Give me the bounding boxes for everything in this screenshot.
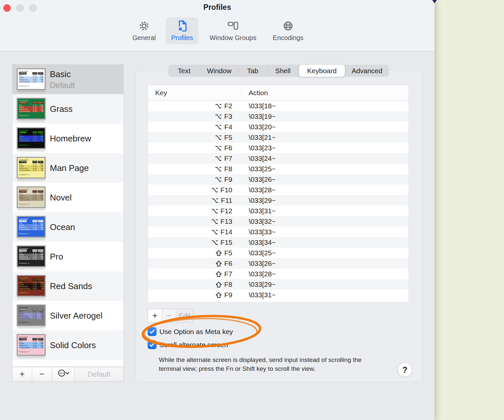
key-cell: F8 [148, 281, 241, 288]
key-mapping-row[interactable]: F6 \033[23~ [148, 143, 409, 153]
help-button[interactable]: ? [398, 363, 412, 377]
tab-text[interactable]: Text [168, 65, 200, 77]
toolbar-item-label: General [132, 34, 156, 42]
shift-key-icon [216, 292, 222, 298]
key-mapping-row[interactable]: F5 \033[21~ [148, 132, 409, 143]
window-title: Profiles [0, 3, 434, 12]
tab-window[interactable]: Window [200, 65, 238, 77]
profile-thumbnail: Terminal# COMMAND %CPU RPRVT top4.1%231K… [17, 275, 46, 297]
key-mapping-row[interactable]: F11 \033[29~ [148, 195, 409, 206]
thumbnail-reflection [17, 150, 45, 153]
profile-item-novel[interactable]: Terminal# COMMAND %CPU RPRVT top4.1%231K… [12, 183, 123, 212]
checkmark-icon [149, 329, 155, 334]
key-cell: F9 [148, 176, 241, 183]
action-cell: \033[29~ [241, 197, 276, 204]
action-cell: \033[26~ [241, 176, 276, 183]
action-cell: \033[34~ [241, 239, 276, 246]
profile-item-red-sands[interactable]: Terminal# COMMAND %CPU RPRVT top4.1%231K… [12, 271, 123, 301]
table-header: Key Action [148, 85, 409, 101]
column-header-action: Action [249, 89, 268, 97]
key-mapping-row[interactable]: F12 \033[31~ [148, 206, 409, 216]
key-cell: F4 [148, 123, 241, 131]
option-key-icon [212, 198, 219, 203]
profile-item-solid-colors[interactable]: Terminal# COMMAND %CPU RPRVT top4.1%231K… [12, 330, 123, 360]
shift-key-icon [216, 261, 222, 267]
key-mapping-row[interactable]: F6 \033[26~ [148, 258, 409, 269]
key-mapping-row[interactable]: F7 \033[28~ [148, 269, 409, 279]
key-mapping-row[interactable]: F9 \033[26~ [148, 174, 409, 185]
tab-keyboard[interactable]: Keyboard [299, 65, 345, 77]
action-cell: \033[18~ [241, 102, 276, 110]
key-mapping-table: Key Action F2 \033[18~ F3 \033[19~ F4 \0… [148, 85, 409, 303]
toolbar-item-label: Window Groups [210, 34, 256, 42]
action-cell: \033[33~ [241, 228, 276, 236]
more-options-button[interactable] [52, 367, 74, 382]
action-cell: \033[28~ [241, 186, 276, 194]
tab-tab[interactable]: Tab [239, 65, 267, 77]
toolbar-item-label: Encodings [273, 34, 303, 42]
table-body: F2 \033[18~ F3 \033[19~ F4 \033[20~ F5 \… [148, 101, 409, 300]
profile-item-basic[interactable]: Terminal# COMMAND %CPU RPRVT top4.1%231K… [12, 65, 123, 94]
edit-key-button[interactable]: Edit [176, 309, 193, 323]
key-mapping-row[interactable]: F3 \033[19~ [148, 111, 409, 122]
profile-item-silver-aerogel[interactable]: Terminal# COMMAND %CPU RPRVT top4.1%231K… [12, 301, 123, 330]
key-mapping-row[interactable]: F4 \033[20~ [148, 122, 409, 132]
window-groups-icon [226, 19, 240, 32]
toolbar-item-general[interactable]: General [126, 17, 162, 44]
action-cell: \033[24~ [241, 155, 276, 162]
toolbar-item-encodings[interactable]: Encodings [267, 17, 309, 44]
key-cell: F5 [148, 249, 241, 257]
key-mapping-row[interactable]: F2 \033[18~ [148, 101, 409, 111]
scroll-alternate-screen-checkbox[interactable] [148, 340, 157, 349]
action-cell: \033[20~ [241, 123, 276, 131]
add-key-button[interactable]: + [148, 309, 162, 323]
action-cell: \033[26~ [241, 260, 276, 267]
action-cell: \033[31~ [241, 291, 276, 299]
key-mapping-row[interactable]: F9 \033[31~ [148, 290, 409, 300]
default-button[interactable]: Default [74, 367, 124, 382]
action-cell: \033[28~ [241, 270, 276, 278]
key-mapping-row[interactable]: F8 \033[25~ [148, 164, 409, 174]
profile-item-grass[interactable]: Terminal# COMMAND %CPU RPRVT top4.1%231K… [12, 94, 123, 124]
thumbnail-reflection [17, 327, 45, 330]
thumbnail-reflection [17, 297, 45, 300]
key-mapping-row[interactable]: F13 \033[32~ [148, 216, 409, 227]
remove-profile-button[interactable]: − [32, 367, 52, 382]
remove-key-button[interactable]: − [162, 309, 176, 323]
desktop-background: Profiles General [0, 0, 504, 420]
tab-shell[interactable]: Shell [267, 65, 299, 77]
key-mapping-row[interactable]: F15 \033[34~ [148, 237, 409, 248]
profile-thumbnail: Terminal# COMMAND %CPU RPRVT top4.1%231K… [17, 245, 46, 267]
scroll-alternate-screen-row: Scroll alternate screen [148, 340, 228, 349]
profile-item-pro[interactable]: Terminal# COMMAND %CPU RPRVT top4.1%231K… [12, 242, 123, 271]
add-profile-button[interactable]: + [12, 367, 32, 382]
profile-name: Homebrew [50, 124, 91, 153]
action-cell: \033[25~ [241, 249, 276, 257]
key-mapping-row[interactable]: F8 \033[29~ [148, 279, 409, 290]
option-key-icon [215, 145, 222, 151]
toolbar-item-profiles[interactable]: Profiles [166, 17, 199, 44]
profile-name: Solid Colors [50, 330, 96, 360]
key-mapping-row[interactable]: F5 \033[25~ [148, 248, 409, 258]
tab-advanced[interactable]: Advanced [345, 65, 389, 77]
key-mapping-row[interactable]: F14 \033[33~ [148, 227, 409, 237]
key-mapping-row[interactable]: F10 \033[28~ [148, 185, 409, 195]
profile-name: Novel [50, 183, 72, 212]
key-mapping-row[interactable]: F7 \033[24~ [148, 153, 409, 164]
thumbnail-reflection [17, 179, 45, 182]
profile-thumbnail: Terminal# COMMAND %CPU RPRVT top4.1%231K… [17, 127, 46, 149]
option-key-icon [211, 219, 218, 224]
profile-thumbnail: Terminal# COMMAND %CPU RPRVT top4.1%231K… [17, 98, 46, 119]
use-option-as-meta-checkbox[interactable] [148, 327, 157, 336]
key-cell: F13 [148, 218, 241, 225]
profile-name: Red Sands [50, 271, 92, 301]
profile-name: Man Page [50, 153, 89, 183]
profile-item-homebrew[interactable]: Terminal# COMMAND %CPU RPRVT top4.1%231K… [12, 124, 123, 153]
profile-thumbnail: Terminal# COMMAND %CPU RPRVT top4.1%231K… [17, 68, 46, 90]
toolbar-item-window-groups[interactable]: Window Groups [202, 17, 264, 44]
column-divider[interactable] [241, 88, 241, 98]
profile-item-man-page[interactable]: Terminal# COMMAND %CPU RPRVT top4.1%231K… [12, 153, 123, 183]
key-cell: F9 [148, 291, 241, 299]
profile-item-ocean[interactable]: Terminal# COMMAND %CPU RPRVT top4.1%231K… [12, 212, 123, 242]
key-cell: F10 [148, 186, 241, 194]
